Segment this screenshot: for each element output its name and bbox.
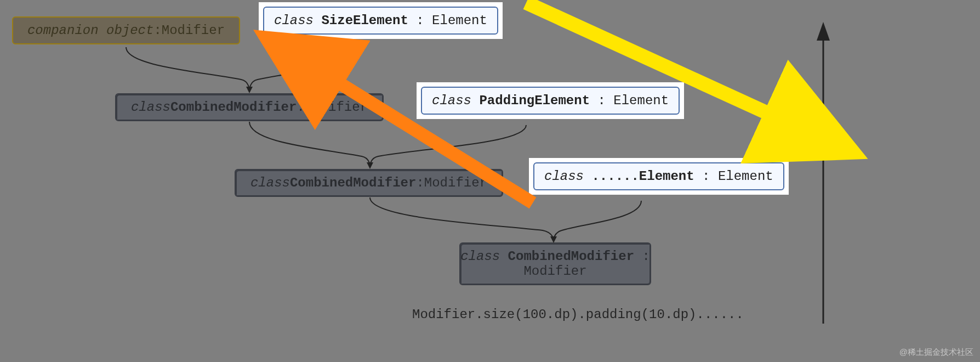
sep: : (153, 23, 161, 38)
name: PaddingElement (479, 93, 590, 108)
line1: class CombinedModifier : (460, 249, 650, 264)
name: CombinedModifier (290, 176, 416, 190)
svg-marker-0 (246, 87, 253, 93)
node-padding-element-wrapper: class PaddingElement : Element (417, 82, 684, 119)
watermark: @稀土掘金技术社区 (899, 347, 973, 358)
type: Modifier (523, 264, 586, 279)
sep: : (416, 13, 432, 28)
svg-marker-1 (367, 162, 373, 169)
name: CombinedModifier (508, 249, 634, 264)
type: Element (718, 169, 773, 184)
name: ......Element (591, 169, 694, 184)
kw: class (460, 249, 508, 264)
node-combined-3: class CombinedModifier : Modifier (459, 242, 651, 285)
node-combined-2: class CombinedModifier : Modifier (235, 169, 503, 197)
name: SizeElement (321, 13, 408, 28)
node-generic-element: class ......Element : Element (533, 162, 784, 190)
kw: class (274, 13, 321, 28)
code-line: Modifier.size(100.dp).padding(10.dp)....… (412, 307, 744, 322)
sep: : (297, 100, 304, 115)
node-size-element-wrapper: class SizeElement : Element (259, 2, 503, 39)
type: Element (613, 93, 669, 108)
node-combined-1: class CombinedModifier : Modifier (115, 93, 384, 121)
svg-marker-4 (817, 22, 830, 41)
kw: class (432, 93, 479, 108)
type: Modifier (424, 176, 487, 190)
type: Modifier (305, 100, 368, 115)
type: Element (432, 13, 487, 28)
kw: class (131, 100, 170, 115)
node-size-element: class SizeElement : Element (263, 7, 498, 35)
sep: : (416, 176, 424, 190)
node-padding-element: class PaddingElement : Element (421, 87, 680, 115)
type: Modifier (162, 23, 225, 38)
node-generic-element-wrapper: class ......Element : Element (529, 158, 789, 195)
kw: class (544, 169, 591, 184)
name: CombinedModifier (170, 100, 297, 115)
kw: class (250, 176, 290, 190)
node-companion-object: companion object : Modifier (12, 16, 240, 44)
sep: : (642, 249, 649, 264)
kw: companion object (27, 23, 153, 38)
sep: : (702, 169, 718, 184)
sep: : (597, 93, 613, 108)
